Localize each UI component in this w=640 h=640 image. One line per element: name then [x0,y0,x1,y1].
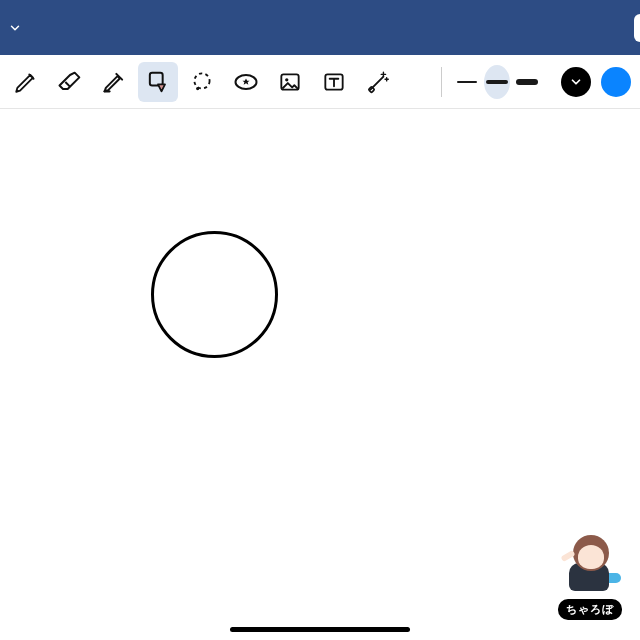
color-accent[interactable] [601,67,631,97]
svg-point-2 [196,86,199,89]
favorite-tool[interactable] [226,62,266,102]
divider [441,67,442,97]
image-icon [277,69,303,95]
toolbar [0,55,640,109]
favorite-icon [232,68,260,96]
magic-tool[interactable] [358,62,398,102]
text-tool[interactable] [314,62,354,102]
magic-icon [365,69,391,95]
panel-edge [634,14,640,42]
text-icon [321,69,347,95]
title-dropdown[interactable] [8,21,22,35]
shapes-icon [144,68,172,96]
highlighter-tool[interactable] [94,62,134,102]
drawn-shape-circle[interactable] [151,231,278,358]
home-indicator[interactable] [230,627,410,632]
chevron-down-icon [8,21,22,35]
svg-point-1 [194,73,209,88]
pen-tool[interactable] [6,62,46,102]
shapes-tool[interactable] [138,62,178,102]
lasso-icon [189,69,215,95]
highlighter-icon [100,68,128,96]
thickness-thin[interactable] [454,65,480,99]
avatar-image [559,533,621,595]
thickness-thick[interactable] [514,65,540,99]
pen-icon [13,69,39,95]
thickness-medium[interactable] [484,65,510,99]
titlebar [0,0,640,55]
color-black[interactable] [561,67,591,97]
avatar-name: ちゃろぼ [558,599,622,620]
chevron-down-icon [569,75,583,89]
canvas[interactable]: ちゃろぼ [0,109,640,640]
eraser-tool[interactable] [50,62,90,102]
image-tool[interactable] [270,62,310,102]
avatar-widget[interactable]: ちゃろぼ [558,533,622,620]
lasso-tool[interactable] [182,62,222,102]
eraser-icon [56,68,84,96]
svg-point-5 [285,78,288,81]
